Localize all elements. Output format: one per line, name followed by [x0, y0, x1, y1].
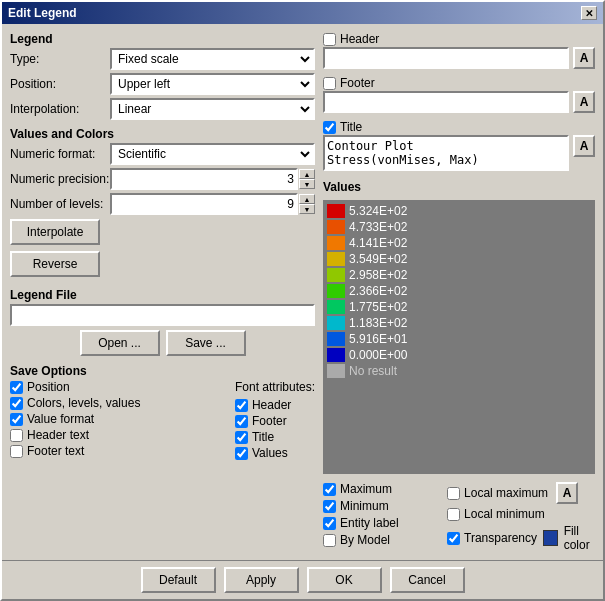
- footer-row: Footer: [323, 76, 595, 90]
- value-text-5: 2.366E+02: [349, 284, 407, 298]
- by-model-check[interactable]: [323, 534, 336, 547]
- local-maximum-check[interactable]: [447, 487, 460, 500]
- value-text-8: 5.916E+01: [349, 332, 407, 346]
- footer-checkbox[interactable]: [323, 77, 336, 90]
- font-values-label: Values: [252, 446, 288, 460]
- header-input[interactable]: [323, 47, 569, 69]
- apply-button[interactable]: Apply: [224, 567, 299, 593]
- value-row-8: 5.916E+01: [327, 332, 591, 346]
- numeric-format-select[interactable]: Scientific Fixed General: [110, 143, 315, 165]
- interpolation-row: Interpolation: Linear Logarithmic: [10, 98, 315, 120]
- header-label: Header: [340, 32, 385, 46]
- checkboxes-grid: Maximum Minimum Entity label By Mod: [323, 482, 595, 552]
- save-colors-check[interactable]: [10, 397, 23, 410]
- interpolation-control: Linear Logarithmic: [110, 98, 315, 120]
- values-label: Values: [323, 180, 595, 194]
- save-position-check[interactable]: [10, 381, 23, 394]
- footer-label: Footer: [340, 76, 385, 90]
- ok-button[interactable]: OK: [307, 567, 382, 593]
- save-footer-text-check[interactable]: [10, 445, 23, 458]
- type-select[interactable]: Fixed scale Auto scale User defined: [110, 48, 315, 70]
- font-values-check[interactable]: [235, 447, 248, 460]
- numeric-precision-row: Numeric precision: ▲ ▼: [10, 168, 315, 190]
- number-levels-spinner: ▲ ▼: [299, 194, 315, 214]
- numeric-format-label: Numeric format:: [10, 147, 110, 161]
- numeric-precision-up[interactable]: ▲: [299, 169, 315, 179]
- numeric-precision-down[interactable]: ▼: [299, 179, 315, 189]
- value-row-7: 1.183E+02: [327, 316, 591, 330]
- by-model-row: By Model: [323, 533, 439, 547]
- fill-color-swatch[interactable]: [543, 530, 558, 546]
- legend-file-section: Legend File Open ... Save ...: [10, 288, 315, 356]
- save-colors: Colors, levels, values: [10, 396, 227, 410]
- title-checkbox[interactable]: [323, 121, 336, 134]
- default-button[interactable]: Default: [141, 567, 216, 593]
- numeric-precision-control: ▲ ▼: [110, 168, 315, 190]
- title-input-row: Contour Plot Stress(vonMises, Max) A: [323, 135, 595, 171]
- footer-input[interactable]: [323, 91, 569, 113]
- number-levels-up[interactable]: ▲: [299, 194, 315, 204]
- numeric-precision-spinner: ▲ ▼: [299, 169, 315, 189]
- local-minimum-check[interactable]: [447, 508, 460, 521]
- save-value-format: Value format: [10, 412, 227, 426]
- color-swatch-4: [327, 268, 345, 282]
- footer-a-button[interactable]: A: [573, 91, 595, 113]
- entity-label-check[interactable]: [323, 517, 336, 530]
- save-value-format-check[interactable]: [10, 413, 23, 426]
- color-swatch-3: [327, 252, 345, 266]
- minimum-check[interactable]: [323, 500, 336, 513]
- position-select[interactable]: Upper left Upper right Lower left Lower …: [110, 73, 315, 95]
- save-header-text-check[interactable]: [10, 429, 23, 442]
- legend-file-input[interactable]: [10, 304, 315, 326]
- transparency-check[interactable]: [447, 532, 460, 545]
- close-button[interactable]: ✕: [581, 6, 597, 20]
- local-minimum-row: Local minimum: [447, 507, 595, 521]
- save-button[interactable]: Save ...: [166, 330, 246, 356]
- checkboxes-col1: Maximum Minimum Entity label By Mod: [323, 482, 439, 552]
- font-attributes-label: Font attributes:: [235, 380, 315, 394]
- save-value-format-label: Value format: [27, 412, 94, 426]
- number-levels-label: Number of levels:: [10, 197, 110, 211]
- font-title-check[interactable]: [235, 431, 248, 444]
- maximum-check[interactable]: [323, 483, 336, 496]
- value-row-9: 0.000E+00: [327, 348, 591, 362]
- value-text-3: 3.549E+02: [349, 252, 407, 266]
- save-options: Save Options Position Colors, levels, va…: [10, 364, 315, 460]
- footer-input-row: A: [323, 91, 595, 113]
- type-control: Fixed scale Auto scale User defined: [110, 48, 315, 70]
- local-maximum-row: Local maximum A: [447, 482, 595, 504]
- save-options-grid: Position Colors, levels, values Value fo…: [10, 380, 315, 460]
- number-levels-down[interactable]: ▼: [299, 204, 315, 214]
- color-swatch-1: [327, 220, 345, 234]
- number-levels-input[interactable]: [110, 193, 298, 215]
- interpolation-label: Interpolation:: [10, 102, 110, 116]
- cancel-button[interactable]: Cancel: [390, 567, 465, 593]
- legend-group-label: Legend: [10, 32, 315, 46]
- header-a-button[interactable]: A: [573, 47, 595, 69]
- font-footer: Footer: [235, 414, 315, 428]
- title-section: Title Contour Plot Stress(vonMises, Max)…: [323, 120, 595, 171]
- numeric-precision-input[interactable]: [110, 168, 298, 190]
- entity-label-label: Entity label: [340, 516, 399, 530]
- values-colors-label: Values and Colors: [10, 127, 315, 141]
- header-checkbox[interactable]: [323, 33, 336, 46]
- value-row-6: 1.775E+02: [327, 300, 591, 314]
- value-text-2: 4.141E+02: [349, 236, 407, 250]
- interpolation-select[interactable]: Linear Logarithmic: [110, 98, 315, 120]
- reverse-button[interactable]: Reverse: [10, 251, 100, 277]
- font-title-label: Title: [252, 430, 274, 444]
- font-footer-check[interactable]: [235, 415, 248, 428]
- font-header-check[interactable]: [235, 399, 248, 412]
- no-result-swatch: [327, 364, 345, 378]
- title-a-button[interactable]: A: [573, 135, 595, 157]
- value-text-9: 0.000E+00: [349, 348, 407, 362]
- title-textarea[interactable]: Contour Plot Stress(vonMises, Max): [323, 135, 569, 171]
- color-swatch-7: [327, 316, 345, 330]
- header-section: Header A: [323, 32, 595, 69]
- value-row-3: 3.549E+02: [327, 252, 591, 266]
- save-position: Position: [10, 380, 227, 394]
- local-maximum-a-button[interactable]: A: [556, 482, 578, 504]
- interpolate-button[interactable]: Interpolate: [10, 219, 100, 245]
- color-buttons: Interpolate Reverse: [10, 219, 315, 280]
- open-button[interactable]: Open ...: [80, 330, 160, 356]
